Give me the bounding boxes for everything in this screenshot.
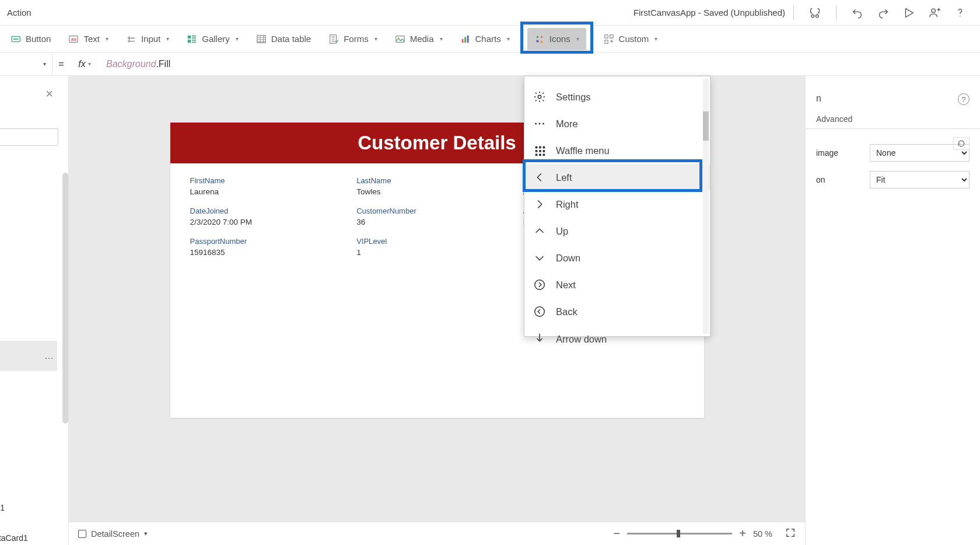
form-field: VIPLevel1 (356, 237, 517, 257)
app-status-text: FirstCanvasApp - Saved (Unpublished) (634, 8, 785, 18)
icons-menu-item-down[interactable]: Down (524, 244, 710, 271)
media-icon (395, 34, 405, 44)
menu-scrollbar-thumb[interactable] (703, 111, 709, 141)
svg-point-27 (535, 123, 537, 125)
property-row-position: on Fit (806, 166, 980, 193)
fit-to-screen-icon[interactable] (785, 527, 796, 540)
annotation-highlight-icons-button (520, 22, 593, 54)
menu-item-label: Down (556, 253, 580, 264)
svg-point-0 (811, 15, 814, 18)
menu-item-label: Right (556, 199, 579, 210)
app-checker-icon[interactable] (808, 6, 822, 20)
svg-point-3 (960, 15, 960, 16)
svg-rect-11 (192, 37, 196, 39)
icons-menu-item-settings[interactable]: Settings (524, 83, 710, 110)
field-value: 15916835 (190, 248, 351, 257)
properties-tab-advanced[interactable]: Advanced (816, 114, 852, 124)
more-icon[interactable]: … (44, 351, 54, 361)
forms-icon (328, 34, 339, 44)
icons-menu-item-arrow-down[interactable]: Arrow down (524, 325, 710, 345)
svg-rect-25 (604, 40, 607, 43)
field-value: Laurena (190, 187, 351, 196)
svg-rect-30 (536, 146, 538, 149)
ribbon-datatable[interactable]: Data table (256, 34, 311, 44)
svg-rect-10 (192, 35, 196, 36)
tree-item-selected[interactable]: … (0, 341, 57, 371)
chev-down-icon (533, 251, 547, 265)
zoom-value: 50 % (753, 529, 772, 539)
field-label: VIPLevel (356, 237, 517, 246)
button-icon (10, 34, 21, 44)
help-icon[interactable] (953, 6, 967, 20)
ribbon-charts[interactable]: Charts▾ (460, 34, 510, 44)
svg-rect-5 (13, 39, 19, 40)
ribbon-input[interactable]: Input▾ (126, 34, 169, 44)
tree-search-input[interactable] (0, 128, 58, 146)
breadcrumb[interactable]: DetailScreen ▾ (78, 529, 148, 539)
annotation-highlight-left-item (523, 159, 702, 192)
icons-menu-item-right[interactable]: Right (524, 191, 710, 218)
properties-header: n (806, 76, 980, 106)
tree-item[interactable]: rd1 (0, 371, 57, 401)
zoom-in-button[interactable]: + (739, 527, 746, 540)
tree-scrollbar[interactable] (62, 173, 68, 424)
svg-rect-20 (467, 35, 468, 43)
svg-text:Ab: Ab (71, 36, 77, 41)
ribbon-custom[interactable]: Custom▾ (604, 34, 658, 44)
circle-right-icon (533, 278, 547, 292)
help-icon[interactable]: ? (958, 93, 970, 105)
input-icon (126, 34, 136, 44)
more-icon (533, 117, 547, 131)
ribbon-tab-action[interactable]: Action (7, 8, 32, 18)
icons-menu-item-more[interactable]: More (524, 110, 710, 137)
field-value: 1 (356, 248, 517, 257)
zoom-out-button[interactable]: − (614, 527, 621, 540)
ribbon-forms[interactable]: Forms▾ (328, 34, 377, 44)
icons-menu-item-next[interactable]: Next (524, 271, 710, 298)
field-label: CustomerNumber (356, 207, 517, 215)
svg-rect-12 (192, 39, 196, 40)
gallery-icon (187, 34, 197, 44)
svg-rect-38 (543, 154, 545, 156)
arrow-down-icon (533, 331, 547, 345)
tree-item[interactable]: ard1 (0, 492, 57, 523)
undo-icon[interactable] (850, 6, 864, 20)
play-icon[interactable] (902, 6, 916, 20)
svg-point-17 (398, 37, 399, 39)
refresh-icon[interactable] (953, 137, 970, 150)
share-user-icon[interactable] (928, 6, 942, 20)
ribbon-text[interactable]: Ab Text▾ (68, 34, 108, 44)
ribbon-media[interactable]: Media▾ (395, 34, 443, 44)
tree-item[interactable]: 2 (0, 462, 57, 492)
svg-rect-33 (536, 150, 538, 152)
ribbon-gallery[interactable]: Gallery▾ (187, 34, 239, 44)
property-selector[interactable]: ▾ (0, 53, 52, 76)
svg-rect-31 (539, 146, 541, 149)
svg-rect-34 (539, 150, 541, 152)
form-field: LastNameTowles (356, 176, 517, 196)
tree-item[interactable]: d1 (0, 432, 57, 462)
equals-label: = (52, 59, 70, 69)
canvas-area: Customer Details FirstNameLaurenaLastNam… (69, 76, 805, 545)
ribbon-button[interactable]: Button (10, 34, 51, 44)
icons-menu-item-up[interactable]: Up (524, 218, 710, 244)
field-label: DateJoined (190, 207, 351, 215)
datatable-icon (256, 34, 267, 44)
svg-rect-19 (464, 37, 466, 43)
svg-rect-13 (192, 41, 196, 43)
properties-panel: ? n Advanced image None on Fit (805, 76, 980, 545)
tree-item[interactable]: 1 (0, 401, 57, 432)
tree-item[interactable]: DataCard1 (0, 523, 57, 545)
menu-item-label: Up (556, 226, 568, 237)
formula-input[interactable]: Background.Fill (99, 58, 980, 69)
zoom-slider[interactable] (627, 533, 732, 534)
icons-menu-item-back[interactable]: Back (524, 298, 710, 325)
fx-button[interactable]: fx▾ (70, 59, 99, 69)
svg-rect-9 (188, 39, 191, 42)
menu-item-label: More (556, 118, 578, 130)
field-label: LastName (356, 176, 517, 185)
field-value: 2/3/2020 7:00 PM (190, 218, 351, 226)
property-position-select[interactable]: Fit (870, 171, 970, 188)
redo-icon[interactable] (876, 6, 890, 20)
close-icon[interactable]: × (46, 86, 53, 102)
